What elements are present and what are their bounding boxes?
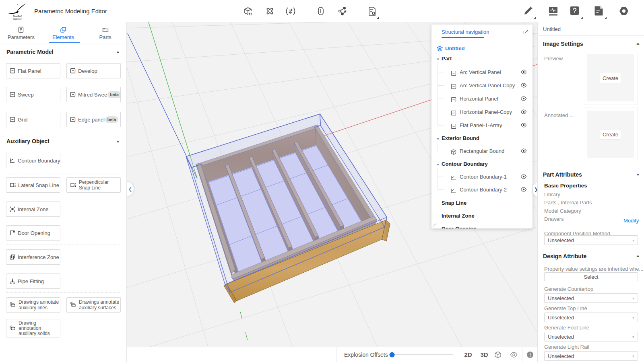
svg-text:SeaGull: SeaGull [13, 15, 22, 17]
svg-text:Cabinet: Cabinet [13, 18, 22, 20]
